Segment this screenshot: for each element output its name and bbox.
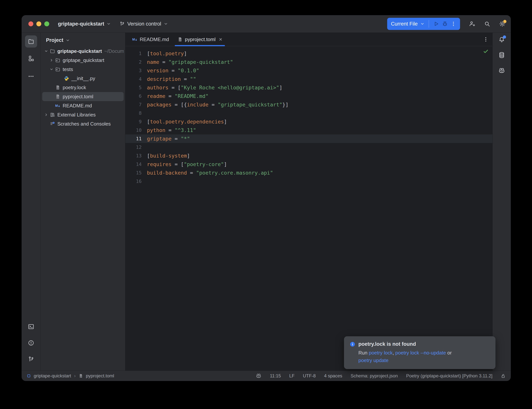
link-poetry-lock[interactable]: poetry lock xyxy=(369,350,393,356)
tab-bar: MREADME.md[T]pyproject.toml× xyxy=(125,33,492,46)
svg-text:[T]: [T] xyxy=(80,376,83,378)
status-item[interactable]: UTF-8 xyxy=(303,373,316,379)
code-line-12[interactable]: 12 xyxy=(125,143,492,151)
inspections-ok-icon xyxy=(483,48,489,54)
vcs-label: Version control xyxy=(128,21,161,27)
line-number: 1 xyxy=(125,51,147,56)
module-icon xyxy=(27,374,31,378)
minimize-window-button[interactable] xyxy=(36,21,41,26)
code-line-13[interactable]: 13[build-system] xyxy=(125,151,492,160)
vcs-tool-button[interactable] xyxy=(25,353,37,365)
settings-gear-icon[interactable] xyxy=(499,21,505,27)
close-tab-icon[interactable]: × xyxy=(219,37,222,42)
more-run-options-icon[interactable] xyxy=(450,21,456,27)
breadcrumb-file[interactable]: pyproject.toml xyxy=(86,373,114,379)
ai-status-icon[interactable] xyxy=(256,373,261,379)
code-text: readme = "README.md" xyxy=(147,93,209,99)
code-line-7[interactable]: 7packages = [{include = "griptape_quicks… xyxy=(125,100,492,109)
tree-item-README.md[interactable]: MREADME.md xyxy=(42,101,124,110)
project-tree: griptape-quickstart~/Documegriptape_quic… xyxy=(41,46,125,371)
code-line-8[interactable]: 8 xyxy=(125,109,492,117)
more-tools-button[interactable] xyxy=(25,70,37,82)
project-folder-icon xyxy=(28,38,34,45)
code-text: python = "^3.11" xyxy=(147,127,196,133)
tree-item-pyproject.toml[interactable]: [T]pyproject.toml xyxy=(42,92,124,101)
code-line-1[interactable]: 1[tool.poetry] xyxy=(125,49,492,58)
main-area: Project griptape-quickstart~/Documegript… xyxy=(22,33,511,371)
tree-item-label: tests xyxy=(63,66,73,72)
run-icon[interactable] xyxy=(433,21,439,27)
code-text: name = "griptape-quickstart" xyxy=(147,59,233,65)
code-line-15[interactable]: 15build-backend = "poetry.core.masonry.a… xyxy=(125,168,492,177)
status-item[interactable]: 4 spaces xyxy=(324,373,342,379)
code-text: [tool.poetry] xyxy=(147,51,187,56)
link-poetry-update[interactable]: poetry update xyxy=(358,357,388,363)
terminal-tool-button[interactable] xyxy=(25,321,37,333)
zoom-window-button[interactable] xyxy=(44,21,49,26)
line-number: 11 xyxy=(125,136,147,141)
vcs-widget[interactable]: Version control xyxy=(119,21,168,27)
code-text: [tool.poetry.dependencies] xyxy=(147,119,227,125)
tab-pyproject.toml[interactable]: [T]pyproject.toml× xyxy=(173,33,226,46)
project-selector[interactable]: griptape-quickstart xyxy=(58,21,111,27)
status-item[interactable]: Poetry (griptape-quickstart) [Python 3.1… xyxy=(406,373,492,379)
status-bar: griptape-quickstart › [T] pyproject.toml… xyxy=(22,371,511,381)
code-line-16[interactable]: 16 xyxy=(125,177,492,186)
code-line-14[interactable]: 14requires = ["poetry-core"] xyxy=(125,160,492,168)
code-line-10[interactable]: 10python = "^3.11" xyxy=(125,126,492,134)
code-line-5[interactable]: 5authors = ["Kyle Roche <hello@griptape.… xyxy=(125,83,492,92)
tab-label: pyproject.toml xyxy=(185,37,216,42)
notifications-bell-button[interactable] xyxy=(498,36,505,43)
add-user-icon[interactable] xyxy=(469,21,475,27)
code-line-3[interactable]: 3version = "0.1.0" xyxy=(125,66,492,75)
problems-icon xyxy=(28,340,34,346)
code-line-4[interactable]: 4description = "" xyxy=(125,75,492,83)
line-number: 7 xyxy=(125,102,147,107)
tree-item-griptape-quickstart[interactable]: griptape-quickstart~/Docume xyxy=(42,46,124,56)
status-item[interactable]: LF xyxy=(289,373,294,379)
tab-options-icon[interactable] xyxy=(483,37,489,42)
database-icon[interactable] xyxy=(498,52,505,58)
tree-item-poetry.lock[interactable]: [T]poetry.lock xyxy=(42,83,124,92)
close-window-button[interactable] xyxy=(28,21,33,26)
lock-open-icon[interactable] xyxy=(501,373,506,379)
svg-text:M: M xyxy=(55,104,58,108)
tab-README.md[interactable]: MREADME.md xyxy=(128,33,173,46)
notification-balloon[interactable]: poetry.lock is not found Run poetry lock… xyxy=(344,336,495,369)
structure-tool-button[interactable] xyxy=(25,52,37,65)
link-poetry-lock---no-update[interactable]: poetry lock --no-update xyxy=(395,350,446,356)
code-editor[interactable]: 1[tool.poetry]2name = "griptape-quicksta… xyxy=(125,46,492,371)
breadcrumb-project[interactable]: griptape-quickstart xyxy=(34,373,71,379)
tree-item-tests[interactable]: tests xyxy=(42,65,124,74)
code-line-6[interactable]: 6readme = "README.md" xyxy=(125,92,492,100)
project-tool-button[interactable] xyxy=(25,35,37,47)
tree-item-label: Scratches and Consoles xyxy=(57,121,111,127)
code-line-11[interactable]: 11griptape = "*" xyxy=(125,134,492,143)
project-panel: Project griptape-quickstart~/Documegript… xyxy=(41,33,125,371)
tree-item-__init__.py[interactable]: __init__.py xyxy=(42,74,124,83)
toml-icon: [T] xyxy=(55,94,61,99)
search-icon[interactable] xyxy=(484,21,490,27)
chevron-down-icon xyxy=(43,49,49,53)
code-line-9[interactable]: 9[tool.poetry.dependencies] xyxy=(125,117,492,126)
project-panel-header[interactable]: Project xyxy=(41,36,125,46)
run-widget[interactable]: Current File xyxy=(387,18,460,30)
tree-item-label: griptape-quickstart xyxy=(57,48,102,54)
divider xyxy=(429,20,429,28)
branch-icon xyxy=(119,21,125,27)
status-item[interactable]: 11:15 xyxy=(270,373,281,379)
line-number: 5 xyxy=(125,85,147,90)
ai-assistant-icon[interactable] xyxy=(498,67,505,74)
info-icon xyxy=(350,341,355,347)
tree-item-Scratches and Consoles[interactable]: Scratches and Consoles xyxy=(42,119,124,128)
tree-item-griptape_quickstart[interactable]: griptape_quickstart xyxy=(42,56,124,65)
scratches-icon xyxy=(49,121,55,127)
python-icon xyxy=(64,75,70,81)
problems-tool-button[interactable] xyxy=(25,337,37,349)
title-bar: griptape-quickstart Version control Curr… xyxy=(22,15,511,33)
status-item[interactable]: Schema: pyproject.json xyxy=(351,373,398,379)
code-line-2[interactable]: 2name = "griptape-quickstart" xyxy=(125,58,492,66)
right-toolbar xyxy=(492,33,511,371)
debug-icon[interactable] xyxy=(442,21,448,27)
tree-item-External Libraries[interactable]: External Libraries xyxy=(42,110,124,119)
